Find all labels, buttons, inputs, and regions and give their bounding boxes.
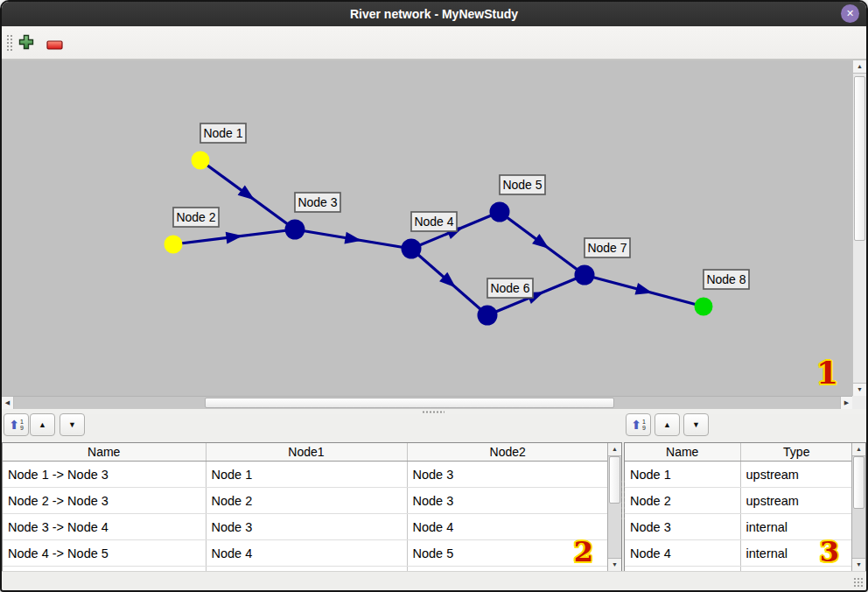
node-label: Node 2 xyxy=(176,210,215,224)
up-triangle-icon: ▲ xyxy=(663,421,671,429)
annotation-number-2: 2 xyxy=(574,538,593,566)
window-title: River network - MyNewStudy xyxy=(350,7,518,21)
table-cell[interactable]: upstream xyxy=(740,462,852,488)
table-cell[interactable]: Node 1 -> Node 3 xyxy=(3,462,206,488)
nodes-table-scrollbar[interactable]: ▲ ▼ xyxy=(851,443,865,571)
add-node-button[interactable] xyxy=(18,34,34,53)
down-triangle-icon: ▼ xyxy=(692,421,700,429)
table-cell[interactable]: Node 4 xyxy=(206,540,407,567)
scroll-right-icon[interactable]: ▶ xyxy=(840,397,852,409)
node-circle[interactable] xyxy=(402,239,422,259)
remove-node-button[interactable] xyxy=(46,38,63,53)
table-cell[interactable]: Node 3 xyxy=(625,514,740,540)
scroll-down-icon[interactable]: ▼ xyxy=(852,558,865,571)
annotation-number-1: 1 xyxy=(816,356,838,388)
nodes-move-down-button[interactable]: ▼ xyxy=(683,413,709,436)
table-cell[interactable]: Node 4 -> Node 5 xyxy=(3,540,206,567)
scroll-down-icon[interactable]: ▼ xyxy=(853,383,866,396)
table-row[interactable]: Node 3internal xyxy=(625,514,852,540)
node-circle[interactable] xyxy=(164,236,183,254)
table-cell[interactable]: Node 3 xyxy=(407,462,608,488)
node-label: Node 7 xyxy=(587,241,626,255)
table-row[interactable]: Node 2upstream xyxy=(625,488,852,514)
node-label: Node 8 xyxy=(706,272,746,286)
links-table-panel: NameNode1Node2Node 1 -> Node 3Node 1Node… xyxy=(2,442,622,572)
nodes-sort-button[interactable]: ⬆ 19 xyxy=(626,413,651,436)
links-table-scrollbar[interactable]: ▲ ▼ xyxy=(607,443,621,571)
scroll-left-icon[interactable]: ◀ xyxy=(2,397,14,409)
table-cell[interactable]: upstream xyxy=(740,488,852,514)
title-bar[interactable]: River network - MyNewStudy ✕ xyxy=(2,2,866,26)
node-circle[interactable] xyxy=(192,152,210,170)
minus-icon xyxy=(46,40,63,50)
column-header[interactable]: Type xyxy=(740,443,852,462)
table-cell[interactable]: Node 1 xyxy=(206,462,407,488)
app-window: River network - MyNewStudy ✕ Node 1Node … xyxy=(0,0,868,592)
node-label: Node 6 xyxy=(490,281,529,295)
vertical-scrollbar-thumb[interactable] xyxy=(854,76,865,241)
horizontal-splitter[interactable] xyxy=(2,409,866,414)
table-cell[interactable]: Node 3 xyxy=(206,514,407,540)
node-label: Node 1 xyxy=(203,126,242,140)
scroll-up-icon[interactable]: ▲ xyxy=(608,443,621,456)
table-row[interactable]: Node 4 -> Node 5Node 4Node 5 xyxy=(3,540,608,567)
node-circle[interactable] xyxy=(490,202,510,222)
resize-grip-icon[interactable] xyxy=(853,577,864,588)
node-circle[interactable] xyxy=(285,220,305,240)
toolbar-grip-handle[interactable] xyxy=(6,34,14,53)
river-network-svg[interactable]: Node 1Node 2Node 3Node 4Node 5Node 6Node… xyxy=(2,60,852,396)
scroll-down-icon[interactable]: ▼ xyxy=(608,558,621,571)
table-cell[interactable]: Node 3 xyxy=(407,488,608,514)
down-triangle-icon: ▼ xyxy=(68,421,76,429)
close-icon[interactable]: ✕ xyxy=(841,4,859,23)
links-move-up-button[interactable]: ▲ xyxy=(30,413,55,436)
links-move-down-button[interactable]: ▼ xyxy=(60,413,85,436)
node-circle[interactable] xyxy=(478,306,498,326)
edge-arrow-icon xyxy=(635,283,654,299)
canvas-horizontal-scrollbar[interactable]: ◀ ▶ xyxy=(2,396,852,409)
links-scrollbar-thumb[interactable] xyxy=(609,456,620,504)
horizontal-scrollbar-thumb[interactable] xyxy=(205,398,614,408)
annotation-number-3: 3 xyxy=(820,538,839,566)
table-cell[interactable]: Node 2 xyxy=(625,488,740,514)
river-network-canvas[interactable]: Node 1Node 2Node 3Node 4Node 5Node 6Node… xyxy=(2,60,852,396)
table-cell[interactable]: Node 1 xyxy=(625,462,740,488)
splitter-grip-icon xyxy=(422,411,444,413)
node-label: Node 3 xyxy=(298,195,337,209)
scroll-up-icon[interactable]: ▲ xyxy=(852,443,865,456)
links-sort-button[interactable]: ⬆ 19 xyxy=(4,413,29,436)
table-row[interactable]: Node 2 -> Node 3Node 2Node 3 xyxy=(3,488,608,514)
column-header[interactable]: Node1 xyxy=(206,443,407,462)
main-toolbar xyxy=(2,26,866,60)
column-header[interactable]: Name xyxy=(3,443,206,462)
table-row[interactable]: Node 4internal xyxy=(625,540,852,567)
nodes-table[interactable]: NameTypeNode 1upstreamNode 2upstreamNode… xyxy=(625,443,852,572)
table-cell[interactable]: Node 2 xyxy=(206,488,407,514)
table-cell[interactable]: Node 3 -> Node 4 xyxy=(3,514,206,540)
links-table[interactable]: NameNode1Node2Node 1 -> Node 3Node 1Node… xyxy=(3,443,608,572)
scrollbar-corner xyxy=(852,396,866,409)
canvas-vertical-scrollbar[interactable]: ▲ ▼ xyxy=(852,60,866,396)
nodes-move-up-button[interactable]: ▲ xyxy=(654,413,680,436)
up-triangle-icon: ▲ xyxy=(38,421,46,429)
table-cell[interactable]: Node 2 -> Node 3 xyxy=(3,488,206,514)
node-label: Node 5 xyxy=(502,178,542,192)
sort-ascending-icon: ⬆ 19 xyxy=(631,419,646,431)
table-row[interactable]: Node 3 -> Node 4Node 3Node 4 xyxy=(3,514,608,540)
nodes-table-panel: NameTypeNode 1upstreamNode 2upstreamNode… xyxy=(624,442,866,572)
sort-ascending-icon: ⬆ 19 xyxy=(9,419,24,431)
table-row[interactable]: Node 1 -> Node 3Node 1Node 3 xyxy=(3,462,608,488)
node-circle[interactable] xyxy=(695,298,713,316)
column-header[interactable]: Node2 xyxy=(407,443,608,462)
node-circle[interactable] xyxy=(575,265,595,285)
column-header[interactable]: Name xyxy=(625,443,740,462)
node-label: Node 4 xyxy=(414,215,453,229)
status-bar xyxy=(2,571,866,590)
table-row[interactable]: Node 1upstream xyxy=(625,462,852,488)
vertical-splitter[interactable] xyxy=(620,479,626,521)
scroll-up-icon[interactable]: ▲ xyxy=(853,60,866,74)
nodes-scrollbar-thumb[interactable] xyxy=(853,456,864,509)
table-cell[interactable]: Node 4 xyxy=(625,540,740,567)
plus-icon xyxy=(18,34,34,50)
